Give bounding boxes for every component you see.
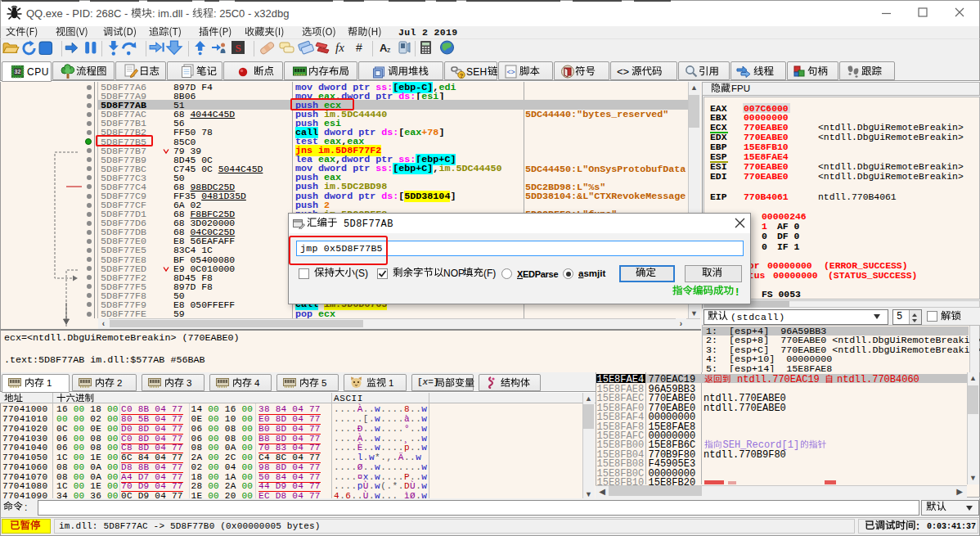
svg-text:fx: fx: [335, 41, 344, 54]
svg-text:#: #: [356, 41, 362, 54]
svg-text:32: 32: [15, 69, 21, 74]
svg-text:<>: <>: [506, 69, 515, 77]
svg-text:S: S: [235, 42, 241, 54]
svg-text:?: ?: [460, 72, 464, 79]
svg-text:z: z: [387, 46, 391, 54]
